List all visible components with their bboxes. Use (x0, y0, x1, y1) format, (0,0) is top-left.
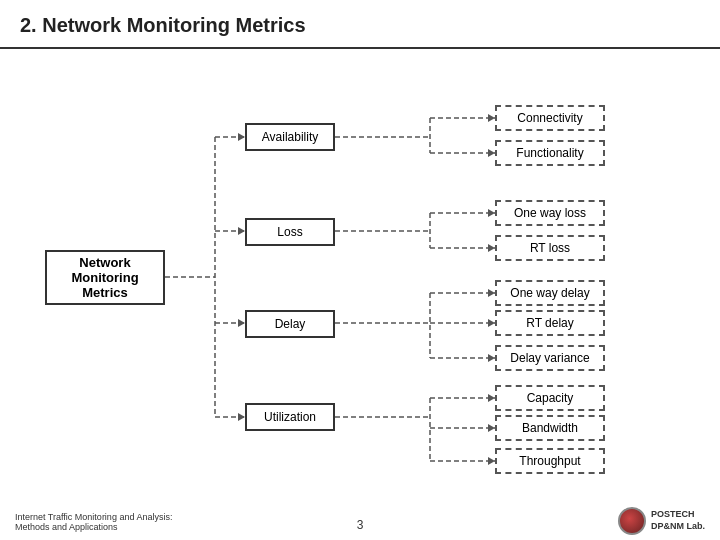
svg-marker-37 (488, 457, 495, 465)
footer-text: Internet Traffic Monitoring and Analysis… (15, 512, 172, 532)
leaf-rt-loss: RT loss (495, 235, 605, 261)
logo-area: POSTECH DP&NM Lab. (618, 507, 705, 535)
branch-utilization: Utilization (245, 403, 335, 431)
svg-marker-32 (488, 289, 495, 297)
svg-marker-31 (488, 244, 495, 252)
page-title: 2. Network Monitoring Metrics (20, 14, 700, 37)
leaf-capacity: Capacity (495, 385, 605, 411)
leaf-delay-variance: Delay variance (495, 345, 605, 371)
branch-loss: Loss (245, 218, 335, 246)
svg-marker-28 (488, 114, 495, 122)
svg-marker-30 (488, 209, 495, 217)
logo-label: POSTECH DP&NM Lab. (651, 509, 705, 532)
svg-marker-27 (238, 413, 245, 421)
postech-logo-icon (618, 507, 646, 535)
leaf-bandwidth: Bandwidth (495, 415, 605, 441)
logo-text-content: POSTECH DP&NM Lab. (651, 509, 705, 532)
page-number: 3 (357, 518, 364, 532)
footer-line1: Internet Traffic Monitoring and Analysis… (15, 512, 172, 522)
svg-marker-25 (238, 227, 245, 235)
leaf-one-way-delay: One way delay (495, 280, 605, 306)
leaf-throughput: Throughput (495, 448, 605, 474)
leaf-connectivity: Connectivity (495, 105, 605, 131)
leaf-rt-delay: RT delay (495, 310, 605, 336)
svg-marker-29 (488, 149, 495, 157)
center-label: Network Monitoring Metrics (45, 250, 165, 305)
branch-delay: Delay (245, 310, 335, 338)
leaf-one-way-loss: One way loss (495, 200, 605, 226)
svg-marker-35 (488, 394, 495, 402)
footer-line2: Methods and Applications (15, 522, 172, 532)
svg-marker-36 (488, 424, 495, 432)
svg-marker-34 (488, 354, 495, 362)
svg-marker-24 (238, 133, 245, 141)
svg-marker-33 (488, 319, 495, 327)
branch-availability: Availability (245, 123, 335, 151)
svg-marker-26 (238, 319, 245, 327)
leaf-functionality: Functionality (495, 140, 605, 166)
